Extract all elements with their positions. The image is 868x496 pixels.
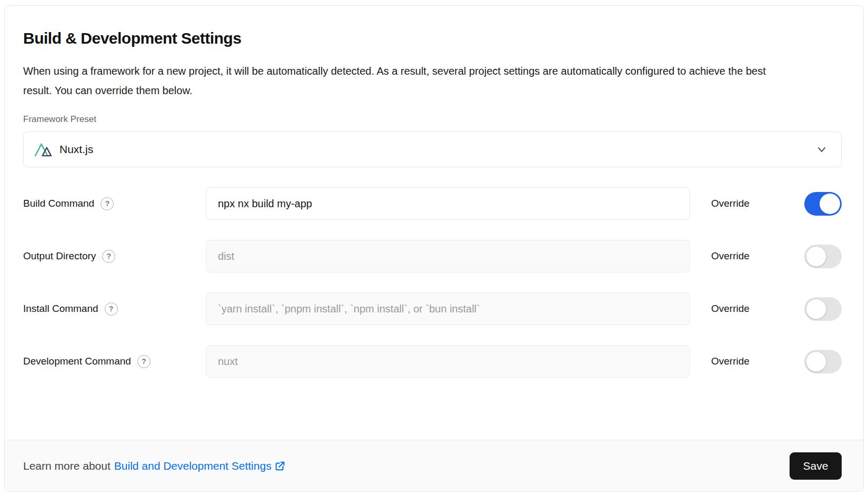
settings-description: When using a framework for a new project… xyxy=(23,62,776,100)
output-directory-label: Output Directory xyxy=(23,250,96,262)
development-command-input[interactable] xyxy=(206,345,690,378)
development-command-row: Development Command ? Override xyxy=(23,345,842,378)
toggle-knob xyxy=(806,351,826,372)
framework-preset-select[interactable]: Nuxt.js xyxy=(23,131,842,167)
row-label: Build Command ? xyxy=(23,197,206,210)
card-body: Build & Development Settings When using … xyxy=(5,6,863,440)
learn-more-text: Learn more about Build and Development S… xyxy=(23,460,286,472)
override-label: Override xyxy=(711,303,750,315)
install-command-input[interactable] xyxy=(206,292,690,325)
override-label: Override xyxy=(711,356,750,367)
learn-more-prefix: Learn more about xyxy=(23,460,111,472)
install-command-row: Install Command ? Override xyxy=(23,292,842,325)
toggle-knob xyxy=(806,246,826,267)
output-directory-override-toggle[interactable] xyxy=(804,245,842,268)
override-area: Override xyxy=(711,297,842,321)
chevron-down-icon xyxy=(815,143,829,156)
output-directory-row: Output Directory ? Override xyxy=(23,240,842,272)
question-circle-icon[interactable]: ? xyxy=(101,197,114,210)
toggle-knob xyxy=(820,194,840,214)
save-button[interactable]: Save xyxy=(790,452,842,480)
override-area: Override xyxy=(711,350,842,373)
development-command-override-toggle[interactable] xyxy=(804,350,842,373)
toggle-knob xyxy=(806,299,826,319)
override-area: Override xyxy=(711,192,842,216)
override-label: Override xyxy=(711,198,750,209)
build-settings-card: Build & Development Settings When using … xyxy=(4,5,864,492)
row-label: Install Command ? xyxy=(23,302,206,316)
row-label: Development Command ? xyxy=(23,355,206,368)
framework-selected-value: Nuxt.js xyxy=(59,143,93,156)
override-label: Override xyxy=(711,250,750,262)
link-label: Build and Development Settings xyxy=(114,460,272,472)
build-command-row: Build Command ? Override xyxy=(23,187,842,220)
settings-rows: Build Command ? Override Output Director… xyxy=(23,187,842,378)
install-command-label: Install Command xyxy=(23,303,98,315)
card-footer: Learn more about Build and Development S… xyxy=(5,440,863,491)
build-settings-docs-link[interactable]: Build and Development Settings xyxy=(114,460,286,472)
question-circle-icon[interactable]: ? xyxy=(137,355,151,368)
framework-preset-label: Framework Preset xyxy=(23,114,842,125)
build-command-label: Build Command xyxy=(23,198,94,209)
question-circle-icon[interactable]: ? xyxy=(102,250,115,263)
question-circle-icon[interactable]: ? xyxy=(105,302,118,316)
page-title: Build & Development Settings xyxy=(23,29,842,47)
override-area: Override xyxy=(711,245,842,268)
output-directory-input[interactable] xyxy=(206,240,690,272)
row-label: Output Directory ? xyxy=(23,250,206,263)
external-link-icon xyxy=(274,460,286,472)
development-command-label: Development Command xyxy=(23,356,131,367)
nuxt-logo-icon xyxy=(34,141,53,157)
install-command-override-toggle[interactable] xyxy=(804,297,842,321)
build-command-input[interactable] xyxy=(206,187,690,220)
build-command-override-toggle[interactable] xyxy=(804,192,842,216)
